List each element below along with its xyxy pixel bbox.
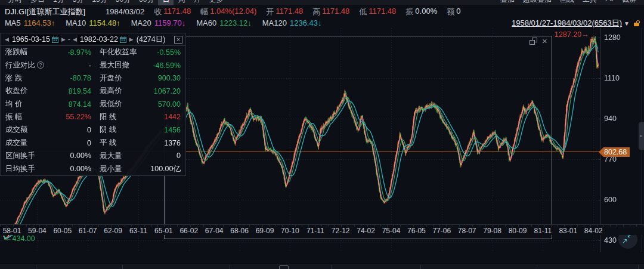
end-date: 1982-03-22 — [80, 35, 118, 44]
stat-value: 874.14 — [53, 100, 91, 109]
bottom-tab-bar[interactable] — [0, 263, 644, 269]
tab-更多[interactable]: 更多 — [205, 0, 227, 6]
x-tick-label: 84-02 — [584, 227, 603, 235]
tool-F9[interactable]: F9 — [601, 0, 618, 6]
x-tick-label: 65-01 — [154, 227, 173, 235]
tab-日[interactable]: 日 — [158, 0, 174, 6]
x-tick-label: 78-07 — [458, 227, 476, 235]
tool-超级叠加[interactable]: 超级叠加 — [519, 0, 556, 6]
question-icon[interactable]: ? — [37, 61, 44, 69]
y-tick-label: 1280 — [604, 33, 621, 42]
end-date-chip[interactable]: 1982-03-22 — [78, 35, 128, 44]
tool-工具[interactable]: 工具 — [578, 0, 601, 6]
y-tick-label: 430 — [604, 236, 617, 245]
stat-value: 1376 — [146, 139, 181, 147]
ma-item: MA1201236.43↓ — [262, 18, 322, 27]
tab-分时[interactable]: 分时 — [4, 0, 26, 6]
copy-print-icon[interactable] — [530, 38, 537, 45]
bottom-divider — [638, 265, 639, 269]
ma-value: 1236.43↓ — [290, 18, 322, 27]
trading-app-window: 分时多日1分5分15分30分60分日周月更多 叠加超级叠加画线工具F9截屏 DJ… — [0, 0, 644, 269]
field-label: 高 — [312, 7, 320, 17]
tab-15分[interactable]: 15分 — [88, 0, 111, 6]
tab-周[interactable]: 周 — [174, 0, 189, 6]
stat-label: 涨跌幅 — [5, 47, 53, 57]
ma-label: MA120 — [262, 18, 287, 27]
y-tick-label: 940 — [604, 115, 617, 123]
range-stats-rows: 涨跌幅-8.97%年化收益率-0.55%行业对比?-最大回撤-46.59%涨 跌… — [1, 46, 185, 175]
arrow-right-icon: → — [581, 30, 589, 39]
stat-label: 最小量 — [100, 164, 146, 174]
tab-月[interactable]: 月 — [189, 0, 205, 6]
start-date: 1965-03-15 — [12, 35, 50, 44]
ma-value: 1223.12↓ — [219, 18, 252, 27]
x-tick-label: 71-11 — [306, 227, 324, 235]
stat-value: -0.55% — [146, 48, 181, 57]
x-tick-label: 60-05 — [53, 227, 72, 235]
field-value: 1171.48 — [369, 7, 396, 17]
stat-label: 行业对比? — [5, 60, 53, 70]
stat-value: 0 — [53, 126, 91, 134]
sidebar-collapse-handle[interactable]: « — [639, 122, 644, 150]
stat-value: 0.00% — [53, 165, 91, 173]
next-end-date-icon[interactable]: ▶ — [128, 36, 135, 42]
field-value: 1171.48 — [322, 7, 349, 17]
tab-60分[interactable]: 60分 — [135, 0, 158, 6]
x-tick-label: 58-01 — [3, 227, 21, 235]
y-tick-label: 600 — [604, 196, 617, 204]
stat-value: -8.97% — [53, 48, 91, 57]
tool-画线[interactable]: 画线 — [556, 0, 578, 6]
stat-label: 最低价 — [100, 99, 146, 109]
chevron-down-icon[interactable]: ▼ — [624, 20, 630, 27]
stat-value: 1442 — [146, 113, 181, 121]
bottom-divider — [537, 265, 537, 269]
quote-fields: 收1171.48幅1.04%(12.04)开1171.48高1171.48低11… — [144, 7, 460, 17]
prev-start-date-icon[interactable]: ◀ — [4, 36, 10, 42]
selection-close-icon[interactable]: × — [542, 38, 547, 45]
ma-legend: MA51164.53↑MA101154.48↑MA201159.70↓MA601… — [5, 18, 332, 27]
ma-value: 1159.70↓ — [154, 18, 186, 27]
ma-item: MA601223.12↓ — [196, 18, 251, 27]
quote-date: 1984/03/02 — [106, 7, 144, 16]
tab-30分[interactable]: 30分 — [112, 0, 135, 6]
period-tab-bar: 分时多日1分5分15分30分60分日周月更多 叠加超级叠加画线工具F9截屏 — [0, 0, 644, 6]
bottom-divider — [230, 265, 230, 269]
tab-多日[interactable]: 多日 — [26, 0, 49, 6]
quote-field: 幅1.04%(12.04) — [200, 7, 256, 17]
tool-叠加[interactable]: 叠加 — [496, 0, 519, 6]
bottom-divider — [420, 265, 421, 269]
field-label: 收 — [154, 7, 162, 17]
field-value: 1171.48 — [163, 7, 191, 17]
stat-value: 1456 — [146, 126, 181, 134]
stat-label: 阳 线 — [100, 112, 146, 122]
stat-label: 区间换手 — [5, 151, 53, 161]
quote-field: 额0 — [447, 7, 460, 17]
panel-close-icon[interactable]: × — [174, 36, 182, 44]
stat-label: 平 线 — [100, 138, 146, 148]
tool-截屏[interactable]: 截屏 — [618, 0, 640, 6]
field-value: 0.00% — [415, 7, 437, 17]
tab-5分[interactable]: 5分 — [69, 0, 88, 6]
stat-label: 阴 线 — [100, 125, 146, 135]
bottom-panel-icon[interactable] — [279, 265, 289, 269]
ma-label: MA60 — [196, 18, 216, 27]
stats-row: 均 价874.14最低价570.00 — [1, 98, 185, 111]
calendar-icon — [52, 36, 58, 43]
tab-1分[interactable]: 1分 — [49, 0, 69, 6]
field-label: 额 — [447, 7, 454, 17]
field-value: 1171.48 — [275, 7, 303, 17]
x-tick-label: 77-06 — [432, 227, 451, 235]
x-tick-label: 83-01 — [559, 227, 577, 235]
date-range-link[interactable]: 1958/01/27-1984/03/02(6563日) — [512, 18, 622, 29]
prev-end-date-icon[interactable]: ◀ — [72, 36, 78, 42]
field-label: 幅 — [200, 7, 208, 17]
unlock-icon[interactable] — [634, 21, 640, 26]
start-date-chip[interactable]: 1965-03-15 — [10, 35, 60, 44]
next-start-date-icon[interactable]: ▶ — [60, 36, 67, 42]
stat-label: 年化收益率 — [100, 47, 146, 57]
stat-label: 最大量 — [100, 151, 146, 161]
x-tick-label: 59-04 — [28, 227, 47, 235]
date-range-control: 1958/01/27-1984/03/02(6563日) ▼ — [512, 18, 640, 29]
ma-item: MA101154.48↑ — [66, 18, 120, 27]
period-high-annotation: 1287.20→ — [555, 30, 589, 39]
